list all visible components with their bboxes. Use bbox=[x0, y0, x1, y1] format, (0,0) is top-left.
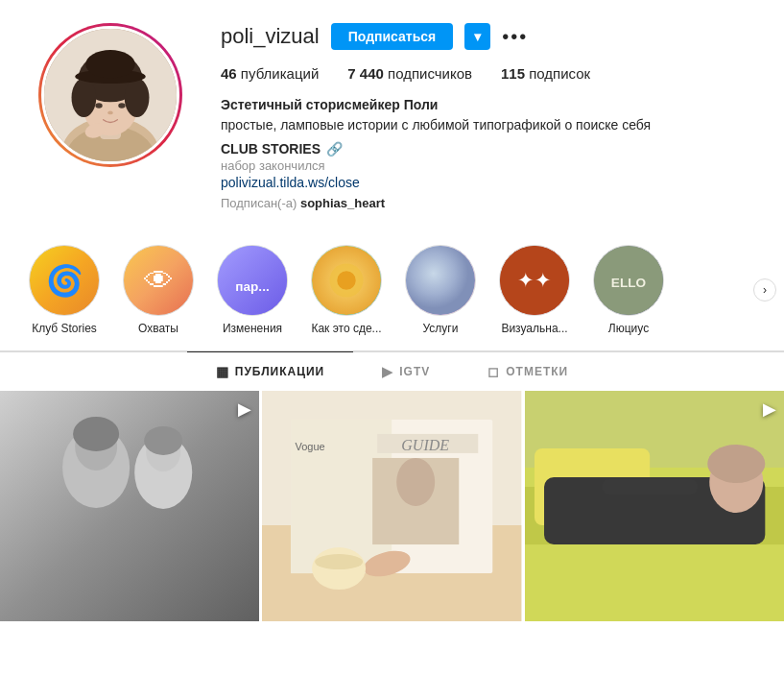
grid-item-g3[interactable]: ▶ bbox=[525, 391, 784, 650]
highlight-circle bbox=[405, 245, 476, 316]
svg-point-8 bbox=[125, 79, 150, 117]
external-link-icon: 🔗 bbox=[326, 141, 343, 157]
tab-label-igtv: IGTV bbox=[399, 365, 430, 378]
highlights-next-button[interactable]: › bbox=[753, 278, 776, 302]
svg-point-23 bbox=[406, 246, 475, 315]
svg-rect-29 bbox=[0, 391, 259, 621]
avatar bbox=[41, 26, 179, 164]
bio: Эстетичный сторисмейкер Поли простые, ла… bbox=[221, 95, 746, 135]
svg-text:🌀: 🌀 bbox=[46, 263, 83, 299]
highlight-circle: ELLO bbox=[593, 245, 664, 316]
svg-point-12 bbox=[118, 103, 125, 109]
tab-tags[interactable]: ◻ОТМЕТКИ bbox=[459, 351, 597, 391]
svg-point-34 bbox=[73, 417, 119, 451]
link-label-row: CLUB STORIES 🔗 bbox=[221, 141, 746, 157]
svg-point-11 bbox=[95, 103, 102, 109]
svg-point-44 bbox=[396, 458, 435, 506]
highlight-item-h3[interactable]: пар...Изменения bbox=[217, 245, 288, 335]
following-stat[interactable]: 115 подписок bbox=[501, 65, 590, 82]
highlight-item-h7[interactable]: ELLOЛюциус bbox=[593, 245, 664, 335]
highlight-label: Клуб Stories bbox=[32, 322, 97, 335]
grid-image-g3 bbox=[525, 391, 784, 621]
grid-item-g1[interactable]: ▶ bbox=[0, 391, 259, 650]
profile-info: poli_vizual Подписаться ▾ ••• 46 публика… bbox=[221, 23, 746, 210]
svg-text:GUIDE: GUIDE bbox=[402, 437, 450, 453]
highlight-item-h6[interactable]: ✦✦Визуальна... bbox=[499, 245, 570, 335]
highlight-item-h1[interactable]: 🌀Клуб Stories bbox=[29, 245, 100, 335]
tab-label-tags: ОТМЕТКИ bbox=[506, 365, 568, 378]
highlight-circle bbox=[311, 245, 382, 316]
highlight-item-h4[interactable]: Как это сде... bbox=[311, 245, 382, 335]
tab-icon-igtv: ▶ bbox=[382, 364, 393, 379]
profile-header-row: poli_vizual Подписаться ▾ ••• bbox=[221, 23, 746, 50]
subscribe-dropdown-button[interactable]: ▾ bbox=[464, 23, 490, 50]
tabs-container: ▦ПУБЛИКАЦИИ▶IGTV◻ОТМЕТКИ bbox=[187, 352, 597, 391]
highlight-label: Люциус bbox=[608, 322, 649, 335]
svg-point-13 bbox=[107, 111, 113, 115]
highlight-item-h2[interactable]: 👁Охваты bbox=[123, 245, 194, 335]
grid-image-g2: GUIDE Vogue bbox=[262, 391, 521, 621]
svg-text:👁: 👁 bbox=[144, 264, 174, 298]
highlight-circle: 🌀 bbox=[29, 245, 100, 316]
svg-text:пар...: пар... bbox=[235, 279, 269, 294]
grid-section: ▶ GUIDE Vogue bbox=[0, 391, 784, 650]
svg-text:ELLO: ELLO bbox=[611, 276, 647, 290]
svg-point-47 bbox=[315, 554, 363, 569]
followed-by-user-link[interactable]: sophias_heart bbox=[300, 196, 385, 210]
bio-description: простые, ламповые истории с любимой типо… bbox=[221, 115, 746, 135]
highlight-label: Как это сде... bbox=[311, 322, 381, 335]
subscribe-button[interactable]: Подписаться bbox=[331, 23, 454, 50]
link-section: CLUB STORIES 🔗 набор закончился polivizu… bbox=[221, 141, 746, 190]
more-options-button[interactable]: ••• bbox=[502, 26, 528, 48]
svg-text:Vogue: Vogue bbox=[296, 441, 325, 452]
highlight-label: Изменения bbox=[223, 322, 282, 335]
avatar-wrapper bbox=[38, 23, 182, 167]
highlight-label: Охваты bbox=[138, 322, 178, 335]
link-label: CLUB STORIES bbox=[221, 141, 321, 157]
highlight-item-h5[interactable]: Услуги bbox=[405, 245, 476, 335]
bio-title: Эстетичный сторисмейкер Поли bbox=[221, 95, 746, 115]
highlights-section: 🌀Клуб Stories👁Охватыпар...ИзмененияКак э… bbox=[0, 229, 784, 351]
posts-stat[interactable]: 46 публикаций bbox=[221, 65, 319, 82]
highlight-label: Визуальна... bbox=[501, 322, 567, 335]
highlights-container: 🌀Клуб Stories👁Охватыпар...ИзмененияКак э… bbox=[29, 245, 664, 335]
svg-text:✦✦: ✦✦ bbox=[517, 269, 552, 292]
tab-publications[interactable]: ▦ПУБЛИКАЦИИ bbox=[187, 351, 353, 391]
followed-by: Подписан(-а) sophias_heart bbox=[221, 196, 746, 210]
link-sublabel: набор закончился bbox=[221, 158, 746, 173]
video-badge-g3: ▶ bbox=[763, 398, 776, 420]
grid-item-g2[interactable]: GUIDE Vogue bbox=[262, 391, 521, 650]
svg-rect-55 bbox=[602, 479, 698, 495]
highlight-circle: ✦✦ bbox=[499, 245, 570, 316]
profile-link[interactable]: polivizual.tilda.ws/close bbox=[221, 175, 360, 190]
svg-point-35 bbox=[144, 426, 182, 455]
avatar-image bbox=[44, 29, 177, 161]
video-badge-g1: ▶ bbox=[238, 398, 251, 420]
svg-point-22 bbox=[337, 271, 355, 289]
highlight-circle: пар... bbox=[217, 245, 288, 316]
grid-image-g1 bbox=[0, 391, 259, 621]
svg-point-7 bbox=[72, 79, 97, 117]
profile-section: poli_vizual Подписаться ▾ ••• 46 публика… bbox=[0, 0, 784, 229]
tabs-section: ▦ПУБЛИКАЦИИ▶IGTV◻ОТМЕТКИ bbox=[0, 351, 784, 391]
tab-label-publications: ПУБЛИКАЦИИ bbox=[235, 365, 324, 378]
svg-point-54 bbox=[707, 445, 765, 483]
username: poli_vizual bbox=[221, 24, 320, 49]
highlight-circle: 👁 bbox=[123, 245, 194, 316]
tab-igtv[interactable]: ▶IGTV bbox=[353, 351, 459, 391]
tab-icon-tags: ◻ bbox=[487, 364, 500, 379]
highlight-label: Услуги bbox=[423, 322, 459, 335]
stats-row: 46 публикаций 7 440 подписчиков 115 подп… bbox=[221, 65, 746, 82]
followers-stat[interactable]: 7 440 подписчиков bbox=[347, 65, 472, 82]
svg-point-10 bbox=[85, 50, 135, 78]
tab-icon-publications: ▦ bbox=[216, 364, 229, 379]
